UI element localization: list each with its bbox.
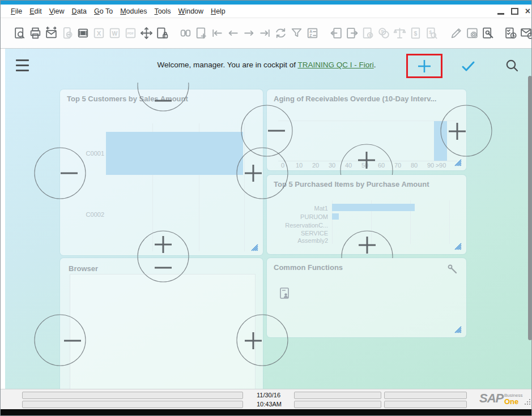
menu-bar: File Edit View Data Go To Modules Tools … (1, 5, 532, 18)
x-axis-label: 90 (427, 162, 434, 169)
payment-means-icon[interactable]: $ (360, 25, 376, 42)
widget-title: Common Functions (274, 263, 461, 272)
menu-data[interactable]: Data (72, 7, 87, 15)
chart-category-label: Mat1 (267, 205, 328, 212)
menu-view[interactable]: View (49, 7, 65, 15)
menu-help[interactable]: Help (211, 7, 225, 15)
widget-card-top5-purchased[interactable]: Top 5 Purchased Items by Purchase Amount… (267, 175, 466, 254)
svg-text:Z: Z (309, 33, 312, 37)
price-lookup-icon[interactable]: $ (423, 25, 439, 42)
status-info-field (384, 392, 467, 399)
x-axis-label: 30 (329, 162, 335, 169)
hamburger-menu-icon[interactable] (16, 59, 29, 73)
approval-status-icon[interactable] (503, 25, 518, 42)
minimize-button[interactable] (497, 13, 504, 15)
chart-category-label: PURUOM (267, 213, 328, 220)
export-excel-icon[interactable]: X (91, 25, 107, 42)
status-info-field (294, 392, 381, 399)
lock-screen-icon[interactable] (154, 25, 170, 42)
svg-text:W: W (112, 31, 117, 37)
menu-goto[interactable]: Go To (94, 7, 113, 15)
widget-title: Aging of Receivables Overdue (10-Day Int… (274, 95, 461, 103)
find-icon[interactable] (177, 25, 193, 42)
customization-tools-icon[interactable] (480, 25, 496, 42)
maximize-button[interactable] (511, 8, 518, 15)
resize-grip[interactable] (524, 397, 531, 408)
last-record-icon[interactable] (257, 25, 273, 42)
add-widget-button[interactable] (416, 58, 433, 75)
svg-text:$: $ (414, 31, 417, 37)
x-axis-label: >90 (436, 162, 446, 169)
sort-icon[interactable]: AZ (304, 25, 320, 42)
base-document-icon[interactable] (328, 25, 344, 42)
refresh-record-icon[interactable] (273, 25, 288, 42)
menu-tools[interactable]: Tools (154, 7, 171, 15)
export-word-icon[interactable]: W (107, 25, 122, 42)
gross-profit-icon[interactable] (391, 25, 407, 42)
doc-search-icon[interactable] (11, 25, 27, 42)
annotation-red-box (406, 54, 442, 78)
chart-category-label: Assembly2 (267, 237, 328, 244)
edit-icon[interactable] (448, 25, 464, 42)
form-settings-icon[interactable] (464, 25, 480, 42)
chart-category-label: ReservationC... (267, 222, 328, 229)
status-bar: 11/30/16 10:43AM SAP Business One (1, 389, 532, 409)
cockpit-link[interactable]: TRAINING QC I - Fiori (297, 61, 373, 69)
menu-modules[interactable]: Modules (120, 7, 147, 15)
widget-card-aging-receivables[interactable]: Aging of Receivables Overdue (10-Day Int… (267, 89, 466, 170)
welcome-period: . (374, 61, 376, 69)
add-record-icon[interactable] (193, 25, 209, 42)
widget-card-top5-customers[interactable]: Top 5 Customers by Sales Amount C0001 C0… (60, 89, 263, 255)
widget-title: Top 5 Purchased Items by Purchase Amount (274, 180, 461, 188)
vertical-scrollbar-thumb[interactable] (528, 76, 532, 340)
message-alert-icon[interactable] (518, 25, 532, 42)
x-axis-label: 10 (296, 162, 303, 169)
business-partner-doc-icon[interactable] (280, 288, 290, 302)
target-document-icon[interactable] (344, 25, 360, 42)
resize-handle[interactable] (454, 158, 462, 167)
svg-text:X: X (96, 30, 101, 37)
widget-title: Top 5 Customers by Sales Amount (67, 95, 257, 103)
resize-handle[interactable] (250, 243, 259, 252)
status-message-field (22, 392, 243, 399)
browser-content-frame (70, 274, 256, 389)
menu-edit[interactable]: Edit (29, 7, 42, 15)
menu-file[interactable]: File (11, 7, 22, 15)
chart-bar (106, 132, 243, 175)
previous-record-icon[interactable] (225, 25, 241, 42)
confirm-button[interactable] (460, 59, 476, 73)
chart-category-label: C0001 (74, 150, 104, 157)
status-date: 11/30/16 (257, 392, 280, 398)
email-send-icon[interactable] (43, 25, 59, 42)
first-record-icon[interactable] (209, 25, 225, 42)
sms-icon[interactable] (59, 25, 75, 42)
resize-handle[interactable] (454, 242, 462, 251)
x-axis-label: 20 (312, 162, 319, 169)
status-time: 10:43AM (257, 401, 282, 408)
filter-icon[interactable] (288, 25, 304, 42)
close-button[interactable]: × (525, 7, 530, 16)
bottom-black-bar (1, 409, 532, 416)
coins-icon[interactable]: S (376, 25, 391, 42)
search-icon[interactable] (505, 58, 520, 73)
export-pdf-icon[interactable]: PDF (122, 25, 138, 42)
fax-icon[interactable] (75, 25, 91, 42)
status-message-field (22, 401, 243, 408)
svg-text:PDF: PDF (127, 32, 134, 35)
next-record-icon[interactable] (241, 25, 257, 42)
widget-card-common-functions[interactable]: Common Functions (267, 258, 466, 337)
x-axis-label: 80 (411, 162, 418, 169)
printer-icon[interactable] (27, 25, 43, 42)
gridline (278, 121, 457, 121)
document-dollar-icon[interactable]: $ (407, 25, 423, 42)
move-icon[interactable] (138, 25, 154, 42)
toolbar: X W PDF AZ $ S $ $ (1, 18, 532, 49)
resize-handle[interactable] (454, 325, 462, 334)
menu-window[interactable]: Window (178, 7, 203, 15)
widget-card-browser[interactable]: Browser (60, 258, 263, 389)
wrench-icon[interactable] (447, 264, 458, 277)
chart-bar (332, 204, 415, 211)
welcome-text: Welcome, manager. You are in cockpit of (158, 61, 298, 69)
chart-bar (434, 121, 447, 161)
app-window: File Edit View Data Go To Modules Tools … (0, 0, 532, 416)
